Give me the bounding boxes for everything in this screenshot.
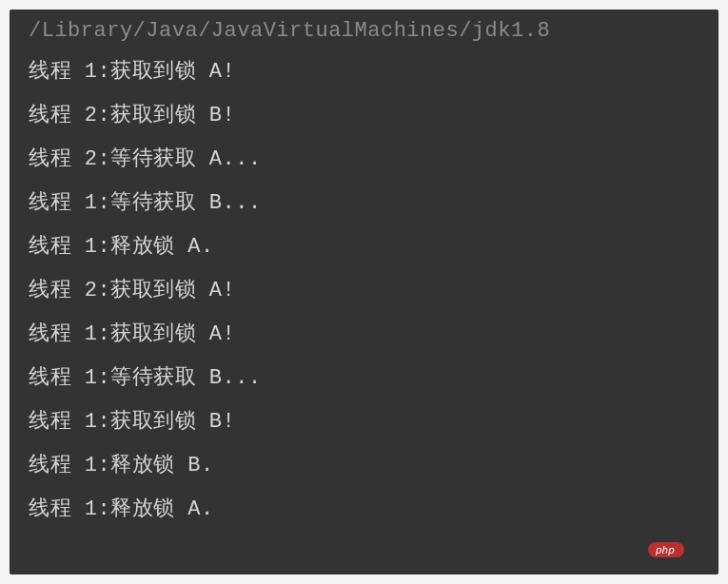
- output-line: 线程 2:等待获取 A...: [29, 138, 699, 182]
- watermark: php: [648, 542, 682, 557]
- output-line: 线程 1:获取到锁 A!: [29, 313, 699, 357]
- output-line: 线程 2:获取到锁 A!: [29, 269, 699, 313]
- output-line: 线程 1:等待获取 B...: [29, 357, 699, 400]
- output-line: 线程 1:释放锁 B.: [29, 444, 699, 488]
- output-line: 线程 2:获取到锁 B!: [29, 94, 699, 138]
- watermark-badge: php: [648, 542, 684, 557]
- output-line: 线程 1:获取到锁 B!: [29, 400, 699, 444]
- output-line: 线程 1:获取到锁 A!: [29, 50, 699, 94]
- output-line: 线程 1:释放锁 A.: [29, 225, 699, 269]
- output-line: 线程 1:释放锁 A.: [29, 488, 699, 532]
- output-line: 线程 1:等待获取 B...: [29, 182, 699, 225]
- terminal-window: /Library/Java/JavaVirtualMachines/jdk1.8…: [10, 10, 718, 574]
- terminal-path: /Library/Java/JavaVirtualMachines/jdk1.8: [10, 10, 718, 50]
- terminal-output: 线程 1:获取到锁 A!线程 2:获取到锁 B!线程 2:等待获取 A...线程…: [10, 50, 718, 532]
